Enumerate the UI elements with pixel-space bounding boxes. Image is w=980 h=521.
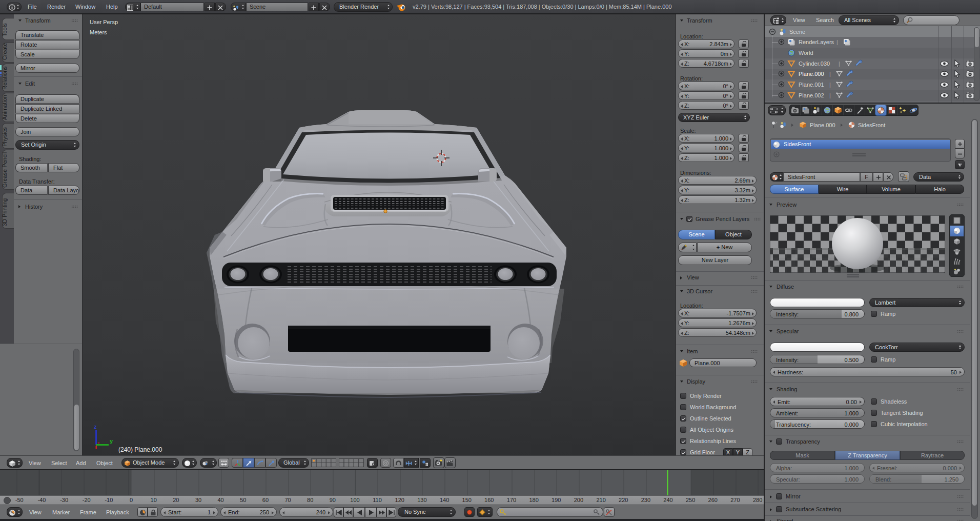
svg-text:y: y [110,438,113,444]
svg-text:x: x [97,440,99,445]
svg-text:z: z [94,424,97,430]
